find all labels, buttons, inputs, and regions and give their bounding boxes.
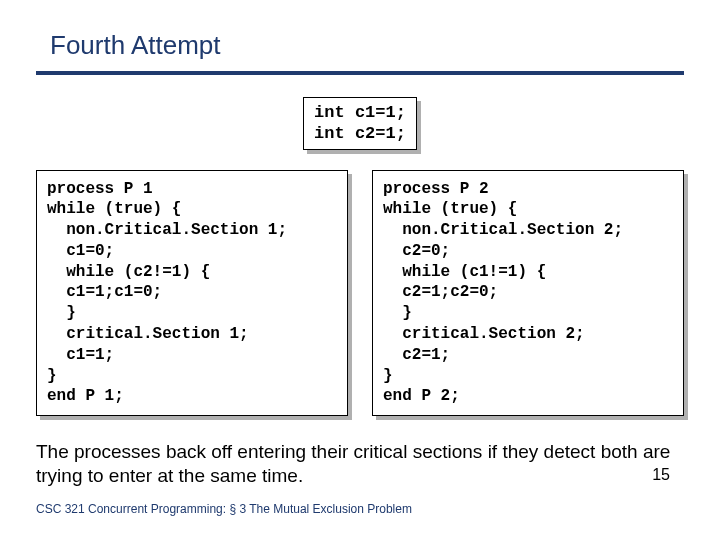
page-number: 15 — [652, 466, 670, 484]
process-columns: process P 1 while (true) { non.Critical.… — [36, 170, 684, 417]
footer-text: CSC 321 Concurrent Programming: § 3 The … — [36, 502, 412, 516]
shared-code: int c1=1; int c2=1; — [303, 97, 417, 150]
slide-title: Fourth Attempt — [36, 30, 684, 71]
shared-code-wrap: int c1=1; int c2=1; — [36, 97, 684, 150]
p2-column: process P 2 while (true) { non.Critical.… — [372, 170, 684, 417]
shared-code-box: int c1=1; int c2=1; — [303, 97, 417, 150]
p1-code-box: process P 1 while (true) { non.Critical.… — [36, 170, 348, 417]
p2-code-box: process P 2 while (true) { non.Critical.… — [372, 170, 684, 417]
p2-code: process P 2 while (true) { non.Critical.… — [372, 170, 684, 417]
p1-column: process P 1 while (true) { non.Critical.… — [36, 170, 348, 417]
slide: Fourth Attempt int c1=1; int c2=1; proce… — [0, 0, 720, 488]
caption-text: The processes back off entering their cr… — [36, 440, 684, 488]
p1-code: process P 1 while (true) { non.Critical.… — [36, 170, 348, 417]
title-rule — [36, 71, 684, 75]
